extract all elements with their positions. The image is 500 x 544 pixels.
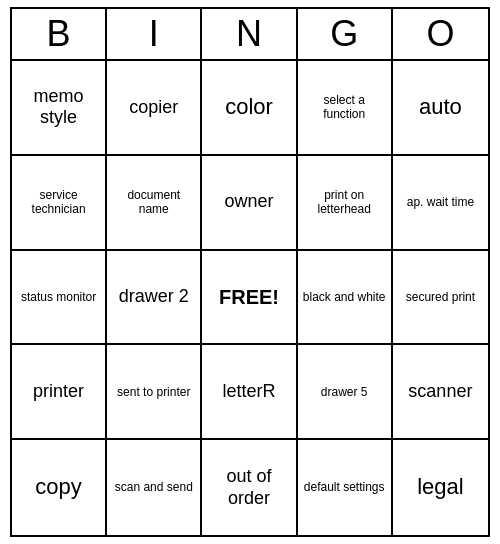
bingo-cell-22: out of order	[202, 440, 297, 535]
bingo-cell-21: scan and send	[107, 440, 202, 535]
bingo-cell-2: color	[202, 61, 297, 156]
bingo-cell-20: copy	[12, 440, 107, 535]
bingo-cell-24: legal	[393, 440, 488, 535]
bingo-card: BINGO memo stylecopiercolorselect a func…	[10, 7, 490, 537]
bingo-header: BINGO	[10, 7, 490, 59]
header-letter-o: O	[393, 9, 488, 59]
header-letter-b: B	[12, 9, 107, 59]
header-letter-g: G	[298, 9, 393, 59]
bingo-cell-11: drawer 2	[107, 251, 202, 346]
bingo-cell-16: sent to printer	[107, 345, 202, 440]
bingo-cell-12: FREE!	[202, 251, 297, 346]
bingo-grid: memo stylecopiercolorselect a functionau…	[10, 59, 490, 537]
header-letter-n: N	[202, 9, 297, 59]
bingo-cell-17: letterR	[202, 345, 297, 440]
bingo-cell-10: status monitor	[12, 251, 107, 346]
bingo-cell-23: default settings	[298, 440, 393, 535]
bingo-cell-15: printer	[12, 345, 107, 440]
bingo-cell-3: select a function	[298, 61, 393, 156]
bingo-cell-19: scanner	[393, 345, 488, 440]
bingo-cell-6: document name	[107, 156, 202, 251]
header-letter-i: I	[107, 9, 202, 59]
bingo-cell-5: service technician	[12, 156, 107, 251]
bingo-cell-14: secured print	[393, 251, 488, 346]
bingo-cell-8: print on letterhead	[298, 156, 393, 251]
bingo-cell-0: memo style	[12, 61, 107, 156]
bingo-cell-7: owner	[202, 156, 297, 251]
bingo-cell-1: copier	[107, 61, 202, 156]
bingo-cell-9: ap. wait time	[393, 156, 488, 251]
bingo-cell-13: black and white	[298, 251, 393, 346]
bingo-cell-4: auto	[393, 61, 488, 156]
bingo-cell-18: drawer 5	[298, 345, 393, 440]
